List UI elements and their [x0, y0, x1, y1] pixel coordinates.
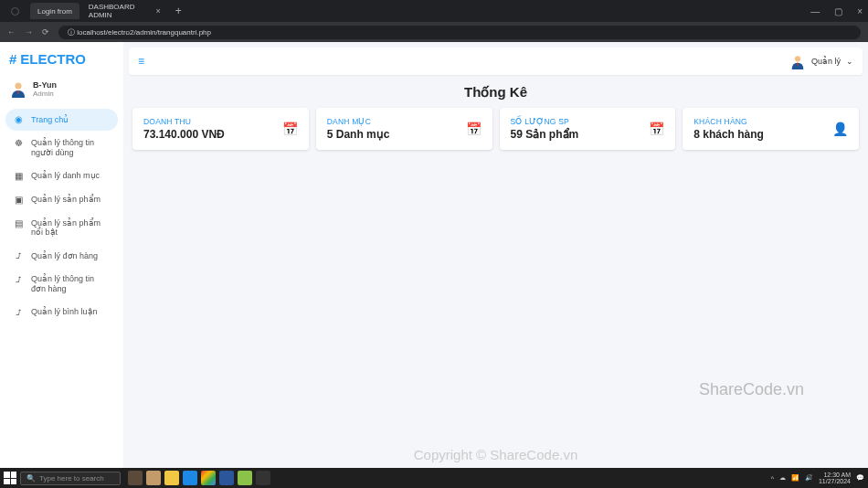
search-icon: 🔍	[26, 474, 36, 483]
browser-address-bar: ← → ⟳ ⓘ localhost/electro2/admin/trangqu…	[0, 22, 868, 42]
close-icon[interactable]: ×	[156, 6, 161, 16]
maximize-icon[interactable]: ▢	[834, 6, 842, 16]
sidebar-item-label: Quản lý bình luận	[31, 307, 98, 317]
sidebar-item-label: Quản lý sản phẩm nổi bật	[31, 218, 111, 239]
window-dots	[11, 7, 19, 16]
calendar-icon: 📅	[649, 122, 664, 136]
taskbar-app-icon[interactable]	[256, 471, 270, 485]
sidebar-user[interactable]: B-Yun Admin	[5, 76, 118, 101]
card-label: DOANH THU	[143, 117, 225, 126]
topbar-dropdown-label: Quản lý	[811, 57, 841, 66]
hash-icon: #	[9, 51, 16, 67]
sidebar-item-san-pham[interactable]: ▣ Quản lý sản phẩm	[5, 189, 118, 211]
tray-cloud-icon[interactable]: ☁	[779, 474, 786, 482]
taskbar-search[interactable]: 🔍 Type here to search	[20, 472, 121, 485]
brand-logo[interactable]: # ELECTRO	[5, 51, 118, 76]
taskbar-app-chrome-icon[interactable]	[201, 471, 216, 485]
avatar	[9, 80, 27, 98]
user-icon: 👤	[832, 122, 848, 136]
avatar	[789, 53, 806, 69]
sidebar-item-don-hang[interactable]: ⭜ Quản lý đơn hàng	[5, 245, 118, 267]
sidebar-item-san-pham-noi-bat[interactable]: ▤ Quản lý sản phẩm nổi bật	[5, 213, 118, 244]
forward-icon[interactable]: →	[25, 27, 33, 37]
card-khach-hang: KHÁCH HÀNG 8 khách hàng 👤	[683, 108, 859, 150]
browser-tab-1[interactable]: DASHBOARD ADMIN ×	[81, 3, 168, 19]
card-so-luong-sp: SỐ LƯỢNG SP 59 Sản phẩm 📅	[500, 108, 676, 150]
sidebar-item-thong-tin-don-hang[interactable]: ⭜ Quản lý thông tin đơn hàng	[5, 269, 118, 300]
sidebar-item-label: Trang chủ	[31, 115, 69, 125]
topbar: ≡ Quản lý ⌄	[129, 48, 863, 75]
card-doanh-thu: DOANH THU 73.140.000 VNĐ 📅	[132, 108, 309, 150]
url-input[interactable]: ⓘ localhost/electro2/admin/trangquantri.…	[58, 26, 861, 39]
sidebar-item-label: Quản lý thông tin người dùng	[31, 138, 111, 158]
tray-chevron-icon[interactable]: ^	[771, 475, 774, 482]
sidebar-nav: ◉ Trang chủ ☸ Quản lý thông tin người dù…	[5, 109, 118, 324]
tray-notifications-icon[interactable]: 💬	[856, 474, 864, 482]
taskbar-app-vscode-icon[interactable]	[183, 471, 197, 485]
stats-cards: DOANH THU 73.140.000 VNĐ 📅 DANH MỤC 5 Da…	[123, 108, 868, 150]
minimize-icon[interactable]: —	[810, 6, 820, 16]
start-button[interactable]	[4, 472, 16, 484]
browser-tab-strip: Login from DASHBOARD ADMIN × + — ▢ ×	[0, 0, 868, 22]
browser-tab-0[interactable]: Login from	[30, 3, 79, 19]
card-label: KHÁCH HÀNG	[693, 117, 764, 126]
back-icon[interactable]: ←	[7, 27, 16, 37]
tab-title: DASHBOARD ADMIN	[89, 3, 151, 19]
box-icon: ▣	[13, 195, 24, 206]
star-box-icon: ▤	[13, 218, 24, 229]
taskbar-app-explorer-icon[interactable]	[164, 471, 179, 485]
taskbar-app-icon[interactable]	[238, 471, 252, 485]
user-name: B-Yun	[33, 80, 57, 90]
card-value: 73.140.000 VNĐ	[143, 128, 225, 141]
chart-icon: ⭜	[13, 274, 24, 285]
sidebar-item-nguoi-dung[interactable]: ☸ Quản lý thông tin người dùng	[5, 133, 118, 164]
sidebar-item-label: Quản lý danh mục	[31, 171, 100, 181]
tray-clock[interactable]: 12:30 AM 11/27/2024	[819, 472, 851, 484]
sidebar-item-binh-luan[interactable]: ⭜ Quản lý bình luận	[5, 302, 118, 324]
close-window-icon[interactable]: ×	[857, 6, 863, 16]
card-label: SỐ LƯỢNG SP	[511, 117, 579, 126]
sidebar-item-trang-chu[interactable]: ◉ Trang chủ	[5, 109, 118, 131]
page-title: Thống Kê	[123, 75, 868, 108]
card-value: 5 Danh mục	[327, 128, 390, 141]
watermark-mid: ShareCode.vn	[699, 380, 804, 399]
users-icon: ☸	[13, 138, 24, 149]
taskbar-app-icon[interactable]	[128, 471, 143, 485]
system-tray[interactable]: ^ ☁ 📶 🔊 12:30 AM 11/27/2024 💬	[771, 472, 864, 484]
svg-point-1	[795, 56, 800, 61]
sidebar-item-label: Quản lý đơn hàng	[31, 251, 98, 261]
chevron-down-icon: ⌄	[846, 57, 853, 66]
card-value: 59 Sản phẩm	[511, 128, 579, 141]
user-role: Admin	[33, 90, 57, 98]
taskbar-app-word-icon[interactable]	[219, 471, 234, 485]
chart-icon: ⭜	[13, 307, 24, 318]
sidebar-item-label: Quản lý sản phẩm	[31, 195, 101, 205]
new-tab-button[interactable]: +	[170, 5, 187, 17]
chart-icon: ⭜	[13, 250, 24, 261]
card-value: 8 khách hàng	[693, 128, 764, 141]
windows-taskbar: 🔍 Type here to search ^ ☁ 📶 🔊 12:30 AM 1…	[0, 468, 868, 488]
taskbar-app-icon[interactable]	[146, 471, 161, 485]
topbar-user-menu[interactable]: Quản lý ⌄	[789, 53, 853, 69]
search-placeholder: Type here to search	[39, 474, 104, 483]
sidebar-item-label: Quản lý thông tin đơn hàng	[31, 274, 111, 294]
url-text: localhost/electro2/admin/trangquantri.ph…	[77, 28, 211, 37]
main-content: ≡ Quản lý ⌄ Thống Kê DOANH THU 73.140.0	[123, 42, 868, 468]
tray-volume-icon[interactable]: 🔊	[805, 474, 813, 482]
sidebar: # ELECTRO B-Yun Admin ◉ Trang chủ	[0, 42, 123, 468]
hamburger-icon[interactable]: ≡	[138, 55, 144, 68]
calendar-icon: 📅	[282, 122, 298, 136]
card-danh-muc: DANH MỤC 5 Danh mục 📅	[316, 108, 492, 150]
tray-wifi-icon[interactable]: 📶	[791, 474, 799, 482]
reload-icon[interactable]: ⟳	[42, 27, 49, 37]
grid-icon: ▦	[13, 171, 24, 182]
tray-time: 12:30 AM	[819, 472, 851, 478]
sidebar-item-danh-muc[interactable]: ▦ Quản lý danh mục	[5, 165, 118, 187]
taskbar-apps	[128, 471, 270, 485]
svg-point-0	[16, 83, 22, 90]
brand-text: ELECTRO	[20, 51, 86, 67]
watermark-bottom: Copyright © ShareCode.vn	[414, 447, 577, 462]
tray-date: 11/27/2024	[819, 478, 851, 484]
dashboard-icon: ◉	[13, 114, 24, 125]
calendar-icon: 📅	[466, 122, 482, 136]
